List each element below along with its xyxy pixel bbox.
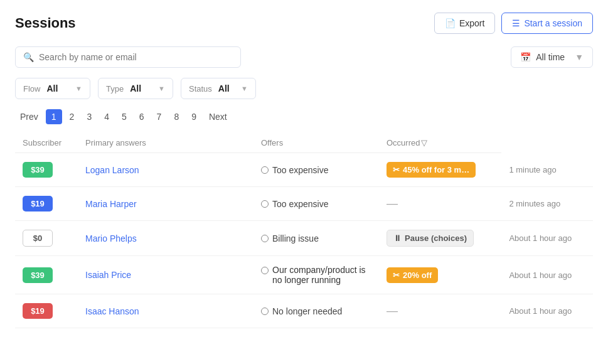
search-input[interactable] xyxy=(39,52,233,62)
occurred-value: 2 minutes ago xyxy=(501,187,593,221)
answer-text: Too expensive xyxy=(272,199,329,209)
subscriber-link[interactable]: Isaac Hanson xyxy=(85,306,139,316)
subscriber-link[interactable]: Isaiah Price xyxy=(85,270,131,280)
offer-label: 45% off for 3 m… xyxy=(403,165,469,174)
subscriber-link[interactable]: Maria Harper xyxy=(85,199,137,209)
offer-icon: ⏸ xyxy=(393,233,402,243)
col-occurred: Occurred ▽ xyxy=(379,133,501,153)
search-icon: 🔍 xyxy=(23,52,34,62)
start-session-label: Start a session xyxy=(524,18,582,28)
offer-label: 20% off xyxy=(403,270,432,280)
answer-dot-icon xyxy=(261,235,269,242)
price-badge: $19 xyxy=(23,303,53,319)
offer-dash: — xyxy=(387,304,398,317)
type-filter[interactable]: Type All ▼ xyxy=(98,78,173,99)
table-row: $19Isaac HansonNo longer needed—About 1 … xyxy=(15,294,593,328)
occurred-value: About 1 hour ago xyxy=(501,221,593,256)
page-3-button[interactable]: 3 xyxy=(82,109,97,124)
primary-answer: Too expensive xyxy=(261,165,371,175)
table-row: $19Maria HarperToo expensive—2 minutes a… xyxy=(15,187,593,221)
primary-answer: No longer needed xyxy=(261,306,371,316)
occurred-value: About 1 hour ago xyxy=(501,294,593,328)
col-subscriber: Subscriber xyxy=(15,133,78,153)
flow-chevron-icon: ▼ xyxy=(75,85,82,92)
price-badge: $39 xyxy=(23,267,53,283)
occurred-value: 1 minute ago xyxy=(501,153,593,187)
export-icon: 📄 xyxy=(445,18,456,28)
page-4-button[interactable]: 4 xyxy=(99,109,114,124)
primary-answer: Too expensive xyxy=(261,199,371,209)
offer-dash: — xyxy=(387,197,398,210)
offer-badge: ✂20% off xyxy=(387,267,438,283)
subscriber-link[interactable]: Logan Larson xyxy=(85,165,139,175)
answer-text: Billing issue xyxy=(272,233,319,244)
offer-badge: ⏸Pause (choices) xyxy=(387,230,474,247)
page-9-button[interactable]: 9 xyxy=(186,109,201,124)
offer-icon: ✂ xyxy=(393,165,400,174)
export-button[interactable]: 📄 Export xyxy=(434,13,495,34)
next-button[interactable]: Next xyxy=(204,109,232,124)
sort-icon[interactable]: ▽ xyxy=(421,138,427,147)
answer-dot-icon xyxy=(261,166,269,174)
page-7-button[interactable]: 7 xyxy=(152,109,167,124)
answer-text: Too expensive xyxy=(272,165,329,175)
status-filter-value: All xyxy=(218,83,230,94)
col-offers: Offers xyxy=(253,133,379,153)
page-6-button[interactable]: 6 xyxy=(134,109,149,124)
date-filter-label: All time xyxy=(536,52,565,62)
page-2-button[interactable]: 2 xyxy=(65,109,80,124)
offer-badge: ✂45% off for 3 m… xyxy=(387,162,476,178)
table-row: $39Isaiah PriceOur company/product is no… xyxy=(15,256,593,294)
type-filter-value: All xyxy=(130,83,141,94)
sessions-table: Subscriber Primary answers Offers Occurr… xyxy=(15,133,593,328)
start-session-button[interactable]: ☰ Start a session xyxy=(501,13,593,34)
export-label: Export xyxy=(459,18,484,28)
flow-filter-value: All xyxy=(46,83,58,94)
calendar-icon: 📅 xyxy=(520,52,531,62)
price-badge: $0 xyxy=(23,230,53,247)
answer-text: No longer needed xyxy=(272,306,342,316)
session-icon: ☰ xyxy=(512,18,520,28)
page-title: Sessions xyxy=(15,15,76,31)
prev-button[interactable]: Prev xyxy=(15,109,43,124)
answer-dot-icon xyxy=(261,308,269,315)
price-badge: $19 xyxy=(23,196,53,211)
status-filter-label: Status xyxy=(189,84,212,94)
pagination: Prev 1 2 3 4 5 6 7 8 9 Next xyxy=(15,109,593,124)
answer-dot-icon xyxy=(261,200,269,208)
answer-dot-icon xyxy=(261,267,269,274)
type-chevron-icon: ▼ xyxy=(158,85,165,92)
subscriber-link[interactable]: Mario Phelps xyxy=(85,233,137,244)
table-row: $0Mario PhelpsBilling issue⏸Pause (choic… xyxy=(15,221,593,256)
flow-filter[interactable]: Flow All ▼ xyxy=(15,78,90,99)
search-box[interactable]: 🔍 xyxy=(15,46,241,68)
offer-label: Pause (choices) xyxy=(405,233,467,243)
status-filter[interactable]: Status All ▼ xyxy=(181,78,256,99)
page-5-button[interactable]: 5 xyxy=(117,109,132,124)
header-actions: 📄 Export ☰ Start a session xyxy=(434,13,593,34)
flow-filter-label: Flow xyxy=(23,84,40,94)
table-row: $39Logan LarsonToo expensive✂45% off for… xyxy=(15,153,593,187)
col-primary-answers: Primary answers xyxy=(78,133,253,153)
primary-answer: Our company/product is no longer running xyxy=(261,265,371,285)
primary-answer: Billing issue xyxy=(261,233,371,244)
status-chevron-icon: ▼ xyxy=(241,85,248,92)
answer-text: Our company/product is no longer running xyxy=(272,265,371,285)
offer-icon: ✂ xyxy=(393,270,400,280)
chevron-down-icon: ▼ xyxy=(575,52,584,62)
filter-row: Flow All ▼ Type All ▼ Status All ▼ xyxy=(15,78,593,99)
search-row: 🔍 📅 All time ▼ xyxy=(15,46,593,68)
page-1-button[interactable]: 1 xyxy=(46,109,62,124)
type-filter-label: Type xyxy=(106,84,124,94)
price-badge: $39 xyxy=(23,162,53,178)
page-8-button[interactable]: 8 xyxy=(169,109,184,124)
date-filter[interactable]: 📅 All time ▼ xyxy=(511,46,593,68)
occurred-value: About 1 hour ago xyxy=(501,256,593,294)
